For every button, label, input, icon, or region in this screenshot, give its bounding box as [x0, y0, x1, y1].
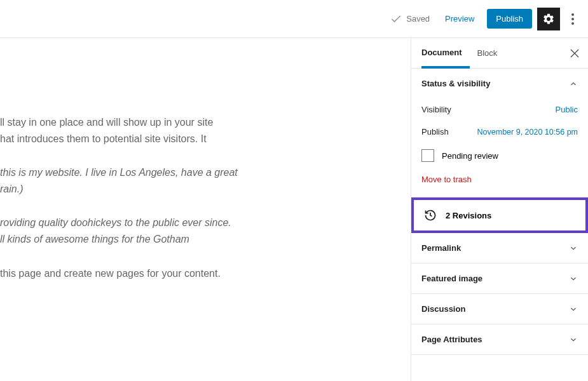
sidebar-tabs: Document Block: [411, 38, 588, 69]
panel-body-status: Visibility Public Publish November 9, 20…: [411, 98, 588, 197]
chevron-down-icon: [569, 274, 578, 283]
publish-label: Publish: [421, 127, 449, 137]
publish-date-value[interactable]: November 9, 2020 10:56 pm: [477, 128, 578, 137]
content-line: rain.): [0, 184, 23, 194]
content-line: ll kinds of awesome things for the Gotha…: [0, 234, 189, 244]
visibility-row: Visibility Public: [421, 98, 578, 121]
settings-button[interactable]: [537, 8, 560, 30]
pending-review-row: Pending review: [421, 143, 578, 168]
history-icon: [424, 209, 437, 222]
revisions-label: 2 Revisions: [446, 211, 491, 220]
settings-sidebar: Document Block Status & visibility Visib…: [411, 38, 588, 381]
save-status: Saved: [390, 13, 430, 25]
content-line: this is my website. I live in Los Angele…: [0, 167, 238, 178]
close-sidebar-button[interactable]: [570, 49, 579, 58]
tab-document[interactable]: Document: [421, 39, 470, 69]
panel-page-attributes: Page Attributes: [411, 324, 588, 355]
content-line: roviding quality doohickeys to the publi…: [0, 217, 231, 228]
svg-point-2: [571, 22, 574, 25]
visibility-value[interactable]: Public: [556, 105, 578, 114]
content-line: hat introduces them to potential site vi…: [0, 133, 207, 144]
panel-status-visibility: Status & visibility Visibility Public Pu…: [411, 69, 588, 197]
saved-label: Saved: [406, 14, 430, 23]
gear-icon: [542, 13, 555, 25]
pending-review-label: Pending review: [442, 151, 498, 161]
content-line: ll stay in one place and will show up in…: [0, 117, 213, 128]
panel-permalink: Permalink: [411, 233, 588, 264]
pending-review-checkbox[interactable]: [421, 149, 434, 162]
panel-title: Permalink: [421, 243, 461, 253]
panel-head-featured-image[interactable]: Featured image: [411, 264, 588, 293]
revisions-button[interactable]: 2 Revisions: [411, 197, 588, 233]
chevron-down-icon: [569, 335, 578, 344]
panel-title: Page Attributes: [421, 335, 482, 344]
top-toolbar: Saved Preview Publish: [0, 0, 588, 38]
panel-featured-image: Featured image: [411, 264, 588, 294]
panel-discussion: Discussion: [411, 294, 588, 324]
main-area: ll stay in one place and will show up in…: [0, 38, 588, 381]
editor-content[interactable]: ll stay in one place and will show up in…: [0, 38, 411, 381]
checkmark-icon: [390, 13, 402, 25]
tab-block[interactable]: Block: [470, 38, 505, 68]
svg-point-0: [571, 13, 574, 16]
move-to-trash-button[interactable]: Move to trash: [421, 168, 578, 187]
chevron-down-icon: [569, 305, 578, 314]
close-icon: [570, 49, 579, 58]
publish-button[interactable]: Publish: [487, 9, 532, 29]
panel-head-page-attributes[interactable]: Page Attributes: [411, 324, 588, 354]
panel-title: Status & visibility: [421, 79, 490, 88]
panel-head-permalink[interactable]: Permalink: [411, 233, 588, 263]
publish-row: Publish November 9, 2020 10:56 pm: [421, 121, 578, 143]
content-line: this page and create new pages for your …: [0, 268, 221, 279]
panel-head-discussion[interactable]: Discussion: [411, 294, 588, 324]
svg-point-1: [571, 18, 574, 20]
chevron-up-icon: [569, 79, 578, 88]
chevron-down-icon: [569, 244, 578, 253]
panel-head-status[interactable]: Status & visibility: [411, 69, 588, 98]
visibility-label: Visibility: [421, 105, 451, 114]
panel-title: Discussion: [421, 304, 465, 314]
kebab-icon: [571, 13, 574, 25]
panel-title: Featured image: [421, 274, 482, 283]
preview-button[interactable]: Preview: [437, 9, 482, 29]
more-menu-button[interactable]: [565, 8, 580, 30]
